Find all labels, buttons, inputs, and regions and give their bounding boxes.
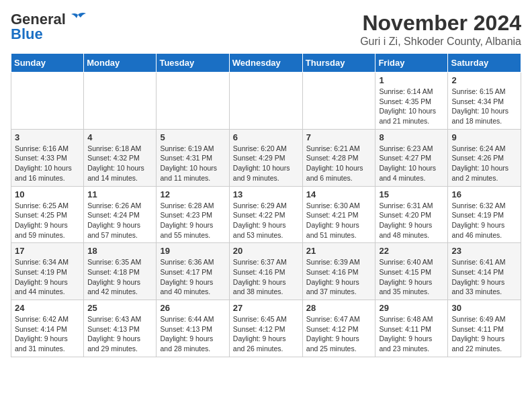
day-number: 7: [306, 132, 372, 142]
calendar-cell: 4Sunrise: 6:18 AM Sunset: 4:32 PM Daylig…: [84, 129, 157, 186]
calendar-cell: [302, 73, 375, 130]
day-detail: Sunrise: 6:36 AM Sunset: 4:17 PM Dayligh…: [160, 257, 225, 297]
day-detail: Sunrise: 6:20 AM Sunset: 4:29 PM Dayligh…: [233, 144, 299, 183]
calendar-cell: 15Sunrise: 6:31 AM Sunset: 4:20 PM Dayli…: [375, 186, 448, 243]
day-number: 24: [15, 303, 80, 313]
day-number: 14: [306, 189, 372, 199]
calendar-cell: 28Sunrise: 6:47 AM Sunset: 4:12 PM Dayli…: [302, 300, 375, 357]
calendar-cell: [157, 73, 229, 130]
logo-blue-text: Blue: [11, 26, 43, 43]
calendar-week-2: 10Sunrise: 6:25 AM Sunset: 4:25 PM Dayli…: [11, 186, 521, 243]
header-day-tuesday: Tuesday: [157, 54, 229, 73]
day-number: 15: [379, 189, 444, 199]
calendar-cell: 20Sunrise: 6:37 AM Sunset: 4:16 PM Dayli…: [229, 243, 302, 300]
calendar-week-3: 17Sunrise: 6:34 AM Sunset: 4:19 PM Dayli…: [11, 243, 521, 300]
day-number: 19: [160, 246, 225, 256]
calendar-cell: 21Sunrise: 6:39 AM Sunset: 4:16 PM Dayli…: [302, 243, 375, 300]
day-number: 20: [233, 246, 299, 256]
day-number: 26: [160, 303, 225, 313]
day-detail: Sunrise: 6:45 AM Sunset: 4:12 PM Dayligh…: [233, 314, 299, 354]
calendar-cell: 16Sunrise: 6:32 AM Sunset: 4:19 PM Dayli…: [448, 186, 521, 243]
calendar-cell: 1Sunrise: 6:14 AM Sunset: 4:35 PM Daylig…: [375, 73, 448, 130]
calendar-cell: [229, 73, 302, 130]
calendar-cell: 5Sunrise: 6:19 AM Sunset: 4:31 PM Daylig…: [157, 129, 229, 186]
day-detail: Sunrise: 6:25 AM Sunset: 4:25 PM Dayligh…: [15, 201, 80, 240]
calendar-cell: 27Sunrise: 6:45 AM Sunset: 4:12 PM Dayli…: [229, 300, 302, 357]
calendar-header: SundayMondayTuesdayWednesdayThursdayFrid…: [11, 54, 521, 73]
day-detail: Sunrise: 6:16 AM Sunset: 4:33 PM Dayligh…: [15, 144, 80, 183]
header: General Blue November 2024 Guri i Zi, Sh…: [11, 11, 521, 48]
day-number: 22: [379, 246, 444, 256]
calendar-cell: 8Sunrise: 6:23 AM Sunset: 4:27 PM Daylig…: [375, 129, 448, 186]
calendar-cell: 25Sunrise: 6:43 AM Sunset: 4:13 PM Dayli…: [84, 300, 157, 357]
day-detail: Sunrise: 6:31 AM Sunset: 4:20 PM Dayligh…: [379, 201, 444, 240]
day-number: 18: [87, 246, 152, 256]
day-number: 23: [451, 246, 517, 256]
day-detail: Sunrise: 6:26 AM Sunset: 4:24 PM Dayligh…: [87, 201, 152, 240]
logo-bird-icon: [69, 12, 87, 27]
day-number: 3: [15, 132, 80, 142]
calendar-week-0: 1Sunrise: 6:14 AM Sunset: 4:35 PM Daylig…: [11, 73, 521, 130]
calendar-cell: 12Sunrise: 6:28 AM Sunset: 4:23 PM Dayli…: [157, 186, 229, 243]
day-number: 11: [87, 189, 152, 199]
day-number: 21: [306, 246, 372, 256]
day-detail: Sunrise: 6:37 AM Sunset: 4:16 PM Dayligh…: [233, 257, 299, 297]
day-detail: Sunrise: 6:30 AM Sunset: 4:21 PM Dayligh…: [306, 201, 372, 240]
day-detail: Sunrise: 6:44 AM Sunset: 4:13 PM Dayligh…: [160, 314, 225, 354]
day-number: 25: [87, 303, 152, 313]
calendar-cell: 29Sunrise: 6:48 AM Sunset: 4:11 PM Dayli…: [375, 300, 448, 357]
day-number: 8: [379, 132, 444, 142]
header-day-sunday: Sunday: [11, 54, 84, 73]
page-subtitle: Guri i Zi, Shkoder County, Albania: [360, 36, 521, 48]
calendar-cell: 14Sunrise: 6:30 AM Sunset: 4:21 PM Dayli…: [302, 186, 375, 243]
calendar-week-4: 24Sunrise: 6:42 AM Sunset: 4:14 PM Dayli…: [11, 300, 521, 357]
day-number: 4: [87, 132, 152, 142]
day-detail: Sunrise: 6:28 AM Sunset: 4:23 PM Dayligh…: [160, 201, 225, 240]
day-detail: Sunrise: 6:23 AM Sunset: 4:27 PM Dayligh…: [379, 144, 444, 183]
day-detail: Sunrise: 6:48 AM Sunset: 4:11 PM Dayligh…: [379, 314, 444, 354]
day-detail: Sunrise: 6:43 AM Sunset: 4:13 PM Dayligh…: [87, 314, 152, 354]
calendar-cell: 23Sunrise: 6:41 AM Sunset: 4:14 PM Dayli…: [448, 243, 521, 300]
day-number: 1: [379, 75, 444, 85]
day-number: 29: [379, 303, 444, 313]
day-number: 5: [160, 132, 225, 142]
day-number: 16: [451, 189, 517, 199]
calendar-week-1: 3Sunrise: 6:16 AM Sunset: 4:33 PM Daylig…: [11, 129, 521, 186]
header-day-saturday: Saturday: [448, 54, 521, 73]
day-detail: Sunrise: 6:40 AM Sunset: 4:15 PM Dayligh…: [379, 257, 444, 297]
day-number: 12: [160, 189, 225, 199]
day-number: 17: [15, 246, 80, 256]
day-detail: Sunrise: 6:15 AM Sunset: 4:34 PM Dayligh…: [451, 87, 517, 126]
day-detail: Sunrise: 6:42 AM Sunset: 4:14 PM Dayligh…: [15, 314, 80, 354]
day-number: 10: [15, 189, 80, 199]
header-row: SundayMondayTuesdayWednesdayThursdayFrid…: [11, 54, 521, 73]
day-number: 30: [451, 303, 517, 313]
calendar-cell: 9Sunrise: 6:24 AM Sunset: 4:26 PM Daylig…: [448, 129, 521, 186]
day-number: 27: [233, 303, 299, 313]
day-detail: Sunrise: 6:21 AM Sunset: 4:28 PM Dayligh…: [306, 144, 372, 183]
day-detail: Sunrise: 6:47 AM Sunset: 4:12 PM Dayligh…: [306, 314, 372, 354]
day-detail: Sunrise: 6:29 AM Sunset: 4:22 PM Dayligh…: [233, 201, 299, 240]
day-number: 9: [451, 132, 517, 142]
calendar-cell: 18Sunrise: 6:35 AM Sunset: 4:18 PM Dayli…: [84, 243, 157, 300]
day-detail: Sunrise: 6:19 AM Sunset: 4:31 PM Dayligh…: [160, 144, 225, 183]
header-day-monday: Monday: [84, 54, 157, 73]
calendar-cell: [11, 73, 84, 130]
header-day-thursday: Thursday: [302, 54, 375, 73]
calendar-cell: 22Sunrise: 6:40 AM Sunset: 4:15 PM Dayli…: [375, 243, 448, 300]
calendar-cell: [84, 73, 157, 130]
calendar-cell: 10Sunrise: 6:25 AM Sunset: 4:25 PM Dayli…: [11, 186, 84, 243]
day-number: 2: [451, 75, 517, 85]
calendar-cell: 24Sunrise: 6:42 AM Sunset: 4:14 PM Dayli…: [11, 300, 84, 357]
calendar-cell: 13Sunrise: 6:29 AM Sunset: 4:22 PM Dayli…: [229, 186, 302, 243]
header-day-wednesday: Wednesday: [229, 54, 302, 73]
calendar-body: 1Sunrise: 6:14 AM Sunset: 4:35 PM Daylig…: [11, 73, 521, 357]
day-detail: Sunrise: 6:34 AM Sunset: 4:19 PM Dayligh…: [15, 257, 80, 297]
page-title: November 2024: [360, 11, 521, 36]
day-detail: Sunrise: 6:39 AM Sunset: 4:16 PM Dayligh…: [306, 257, 372, 297]
day-detail: Sunrise: 6:41 AM Sunset: 4:14 PM Dayligh…: [451, 257, 517, 297]
day-number: 28: [306, 303, 372, 313]
title-area: November 2024 Guri i Zi, Shkoder County,…: [360, 11, 521, 48]
calendar-cell: 26Sunrise: 6:44 AM Sunset: 4:13 PM Dayli…: [157, 300, 229, 357]
day-number: 6: [233, 132, 299, 142]
